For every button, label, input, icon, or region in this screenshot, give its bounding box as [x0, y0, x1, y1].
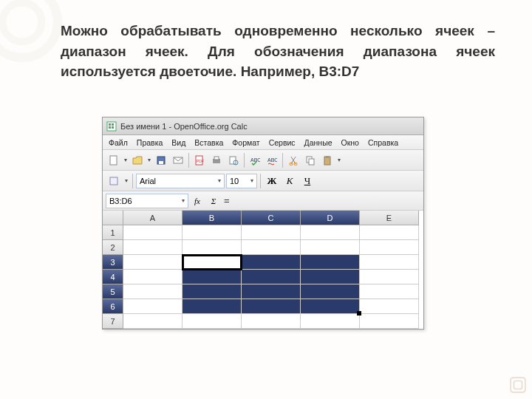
menu-window[interactable]: Окно [337, 137, 364, 149]
name-box-value: B3:D6 [109, 197, 132, 205]
cell-e2[interactable] [360, 240, 419, 255]
cell-c6[interactable] [242, 299, 301, 314]
spellcheck-button[interactable]: ABC [247, 152, 263, 168]
row-header-4[interactable]: 4 [103, 270, 123, 284]
svg-text:PDF: PDF [197, 159, 204, 163]
copy-button[interactable] [302, 152, 318, 168]
underline-button[interactable]: Ч [299, 174, 316, 188]
equals-button[interactable]: = [222, 195, 231, 206]
cell-e6[interactable] [360, 299, 419, 314]
menu-data[interactable]: Данные [300, 137, 337, 149]
cell-c5[interactable] [242, 284, 301, 299]
svg-rect-4 [112, 123, 114, 126]
email-button[interactable] [170, 152, 186, 168]
cell-b7[interactable] [183, 314, 242, 329]
menu-file[interactable]: Файл [104, 137, 132, 149]
cell-d3[interactable] [301, 255, 360, 270]
bold-button[interactable]: Ж [264, 174, 280, 188]
cell-c4[interactable] [242, 270, 301, 284]
chevron-down-icon: ▾ [250, 177, 253, 184]
cell-b3[interactable] [183, 255, 242, 270]
cell-b2[interactable] [183, 240, 242, 255]
new-button[interactable] [106, 152, 122, 168]
row-header-5[interactable]: 5 [103, 284, 123, 299]
function-wizard-button[interactable]: fx [190, 194, 205, 208]
cell-a4[interactable] [123, 270, 183, 284]
menubar: Файл Правка Вид Вставка Формат Сервис Да… [103, 135, 423, 150]
cell-a1[interactable] [123, 225, 183, 240]
formula-bar: B3:D6 ▾ fx Σ = [103, 191, 423, 211]
menu-help[interactable]: Справка [364, 137, 403, 149]
selection-handle[interactable] [357, 311, 361, 316]
paste-dropdown-icon[interactable]: ▾ [336, 157, 342, 163]
cell-c7[interactable] [242, 314, 301, 329]
cell-e4[interactable] [360, 270, 419, 284]
paste-button[interactable] [319, 152, 335, 168]
font-size-combo[interactable]: 10 ▾ [226, 174, 257, 188]
menu-view[interactable]: Вид [167, 137, 190, 149]
svg-rect-25 [110, 177, 117, 185]
cell-b1[interactable] [183, 225, 242, 240]
select-all-corner[interactable] [103, 211, 123, 225]
cell-d5[interactable] [301, 284, 360, 299]
toolbar-separator [188, 153, 189, 168]
autospell-button[interactable]: ABC [264, 152, 280, 168]
export-pdf-button[interactable]: PDF [191, 152, 208, 168]
row-header-6[interactable]: 6 [103, 299, 123, 314]
italic-button[interactable]: К [282, 174, 298, 188]
cell-c1[interactable] [242, 225, 301, 240]
column-header-a[interactable]: A [123, 211, 183, 225]
row-header-1[interactable]: 1 [103, 225, 123, 240]
cell-d4[interactable] [301, 270, 360, 284]
print-preview-button[interactable] [225, 152, 242, 168]
titlebar: Без имени 1 - OpenOffice.org Calc [103, 117, 423, 135]
cell-e5[interactable] [360, 284, 419, 299]
cell-d6[interactable] [301, 299, 360, 314]
row-header-2[interactable]: 2 [103, 240, 123, 255]
column-header-c[interactable]: C [242, 211, 301, 225]
cell-b4[interactable] [183, 270, 242, 284]
cell-d2[interactable] [301, 240, 360, 255]
menu-format[interactable]: Формат [228, 137, 264, 149]
cell-a2[interactable] [123, 240, 183, 255]
cell-d7[interactable] [301, 314, 360, 329]
name-box[interactable]: B3:D6 ▾ [106, 194, 188, 208]
menu-edit[interactable]: Правка [132, 137, 167, 149]
cut-button[interactable] [285, 152, 301, 168]
cell-d1[interactable] [301, 225, 360, 240]
print-button[interactable] [208, 152, 225, 168]
cell-a6[interactable] [123, 299, 183, 314]
menu-tools[interactable]: Сервис [265, 137, 300, 149]
column-header-d[interactable]: D [301, 211, 360, 225]
row-header-7[interactable]: 7 [103, 314, 123, 329]
sum-button[interactable]: Σ [206, 194, 221, 208]
save-button[interactable] [153, 152, 169, 168]
new-dropdown-icon[interactable]: ▾ [123, 157, 129, 163]
open-button[interactable] [129, 152, 146, 168]
svg-rect-5 [109, 126, 111, 129]
cell-a5[interactable] [123, 284, 183, 299]
column-header-e[interactable]: E [360, 211, 419, 225]
font-size-value: 10 [230, 177, 239, 185]
styles-button[interactable] [106, 173, 122, 189]
svg-rect-14 [214, 157, 219, 160]
window-title: Без имени 1 - OpenOffice.org Calc [120, 122, 248, 131]
styles-dropdown-icon[interactable]: ▾ [123, 177, 129, 184]
cell-a7[interactable] [123, 314, 183, 329]
description-text: Можно обрабатывать одновременно нескольк… [61, 21, 495, 82]
cell-b6[interactable] [183, 299, 242, 314]
cell-a3[interactable] [123, 255, 183, 270]
font-name-combo[interactable]: Arial ▾ [136, 174, 225, 188]
svg-rect-24 [326, 156, 329, 158]
row-header-3[interactable]: 3 [103, 255, 123, 270]
open-dropdown-icon[interactable]: ▾ [146, 157, 152, 163]
column-header-b[interactable]: B [183, 211, 242, 225]
cell-e1[interactable] [360, 225, 419, 240]
menu-insert[interactable]: Вставка [190, 137, 228, 149]
cell-c3[interactable] [242, 255, 301, 270]
cell-e3[interactable] [360, 255, 419, 270]
cell-b5[interactable] [183, 284, 242, 299]
cell-c2[interactable] [242, 240, 301, 255]
cell-e7[interactable] [360, 314, 419, 329]
font-name-value: Arial [140, 177, 156, 185]
